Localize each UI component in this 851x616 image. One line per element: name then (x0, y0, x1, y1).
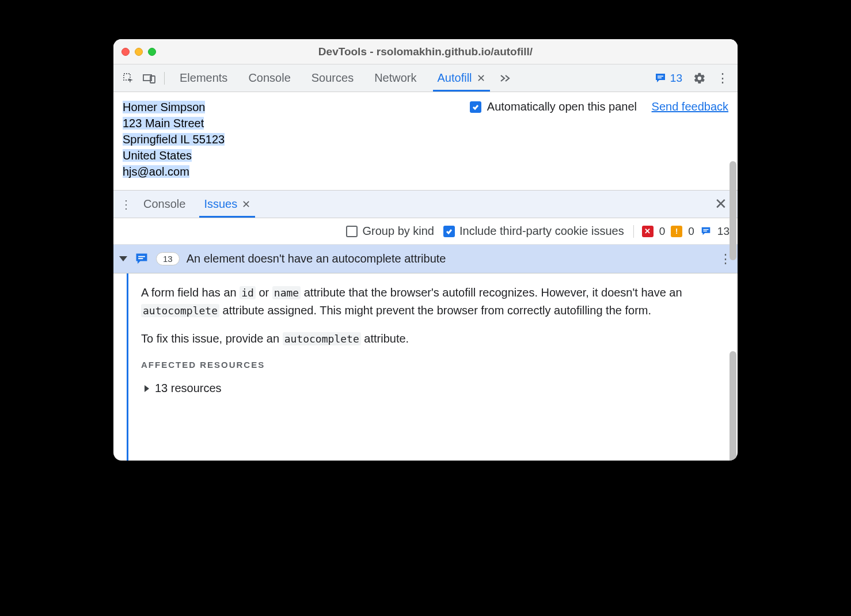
autofill-address: Homer Simpson 123 Main Street Springfiel… (123, 99, 225, 180)
resources-expand[interactable]: 13 resources (145, 379, 720, 397)
expand-icon[interactable] (119, 256, 127, 261)
issue-description: A form field has an id or name attribute… (141, 273, 738, 461)
issues-filter-bar: Group by kind Include third-party cookie… (113, 218, 738, 245)
address-line: Springfield IL 55123 (123, 133, 225, 146)
include-3p-label: Include third-party cookie issues (459, 225, 624, 238)
warning-icon: ! (671, 226, 682, 237)
issue-title: An element doesn't have an autocomplete … (187, 252, 446, 265)
tab-network[interactable]: Network (364, 64, 427, 92)
issue-severity-counters: ✕ 0 ! 0 13 (633, 225, 730, 238)
svg-rect-7 (138, 256, 145, 257)
issues-counter[interactable]: 13 (649, 70, 687, 87)
svg-rect-4 (658, 77, 662, 78)
issue-text-fragment: A form field has an (141, 286, 240, 299)
tab-sources[interactable]: Sources (301, 64, 364, 92)
drawer-menu-icon[interactable]: ⋮ (118, 197, 134, 211)
panel-tabs: Elements Console Sources Network Autofil… (169, 64, 649, 92)
issue-text-fragment: attribute. (361, 332, 409, 345)
tab-elements[interactable]: Elements (169, 64, 238, 92)
checkbox-icon (346, 226, 358, 237)
error-count: 0 (659, 225, 666, 238)
more-tabs-icon[interactable] (496, 64, 515, 92)
error-icon: ✕ (642, 226, 654, 237)
drawer-tab-issues-label: Issues (204, 197, 237, 211)
settings-icon[interactable] (689, 68, 710, 89)
address-line: 123 Main Street (123, 117, 204, 130)
devtools-window: DevTools - rsolomakhin.github.io/autofil… (113, 39, 738, 461)
expand-icon (145, 385, 149, 392)
close-window-button[interactable] (121, 48, 130, 56)
more-menu-icon[interactable]: ⋮ (712, 68, 733, 89)
close-icon[interactable]: ✕ (242, 198, 250, 211)
minimize-window-button[interactable] (135, 48, 143, 56)
issue-text-fragment: attribute assigned. This might prevent t… (219, 304, 651, 317)
tab-autofill[interactable]: Autofill ✕ (427, 64, 496, 92)
checkbox-icon (443, 226, 455, 237)
issue-text-fragment: attribute that the browser's autofill re… (301, 286, 682, 299)
titlebar: DevTools - rsolomakhin.github.io/autofil… (113, 39, 738, 64)
separator (164, 72, 165, 85)
devtools-toolbar: Elements Console Sources Network Autofil… (113, 64, 738, 92)
window-title: DevTools - rsolomakhin.github.io/autofil… (113, 45, 738, 58)
tab-autofill-label: Autofill (438, 71, 472, 85)
scrollbar-thumb[interactable] (730, 351, 736, 461)
traffic-lights (121, 48, 156, 56)
zoom-window-button[interactable] (148, 48, 156, 56)
info-icon (700, 226, 712, 237)
toolbar-right: 13 ⋮ (649, 68, 733, 89)
issue-text-fragment: or (256, 286, 272, 299)
close-icon[interactable]: ✕ (477, 72, 485, 85)
warning-count: 0 (688, 225, 694, 238)
code-fragment: id (240, 286, 256, 299)
svg-rect-8 (138, 258, 143, 259)
include-3p-checkbox[interactable]: Include third-party cookie issues (443, 225, 624, 238)
resources-count-label: 13 resources (155, 379, 222, 397)
info-count: 13 (717, 225, 730, 238)
device-toolbar-icon[interactable] (139, 68, 159, 89)
svg-rect-6 (703, 230, 706, 231)
group-by-kind-label: Group by kind (362, 225, 434, 238)
tab-console[interactable]: Console (238, 64, 301, 92)
code-fragment: name (272, 286, 301, 299)
issue-count-badge: 13 (156, 252, 180, 265)
issues-count: 13 (670, 72, 682, 85)
code-fragment: autocomplete (141, 304, 219, 317)
address-line: Homer Simpson (123, 101, 205, 113)
code-fragment: autocomplete (283, 332, 361, 345)
issue-rail (113, 273, 141, 461)
drawer-tab-console[interactable]: Console (134, 191, 195, 218)
drawer-tabs: ⋮ Console Issues ✕ ✕ (113, 191, 738, 218)
address-line: United States (123, 149, 192, 162)
drawer-tab-issues[interactable]: Issues ✕ (195, 191, 260, 218)
issue-header-row[interactable]: 13 An element doesn't have an autocomple… (113, 245, 738, 273)
auto-open-label: Automatically open this panel (487, 100, 637, 113)
auto-open-row: Automatically open this panel Send feedb… (470, 100, 728, 113)
affected-resources-label: AFFECTED RESOURCES (141, 358, 720, 371)
content-area: Homer Simpson 123 Main Street Springfiel… (113, 92, 738, 461)
inspect-icon[interactable] (118, 68, 139, 89)
issue-text-fragment: To fix this issue, provide an (141, 332, 283, 345)
issue-category-icon (134, 252, 149, 267)
send-feedback-link[interactable]: Send feedback (652, 100, 728, 113)
svg-rect-5 (703, 229, 708, 229)
autofill-panel: Homer Simpson 123 Main Street Springfiel… (113, 92, 738, 191)
group-by-kind-checkbox[interactable]: Group by kind (346, 225, 434, 238)
svg-rect-3 (658, 75, 663, 77)
issue-body: A form field has an id or name attribute… (113, 273, 738, 461)
address-line: hjs@aol.com (123, 165, 189, 178)
auto-open-checkbox[interactable] (470, 101, 481, 113)
scrollbar-thumb[interactable] (730, 161, 736, 260)
